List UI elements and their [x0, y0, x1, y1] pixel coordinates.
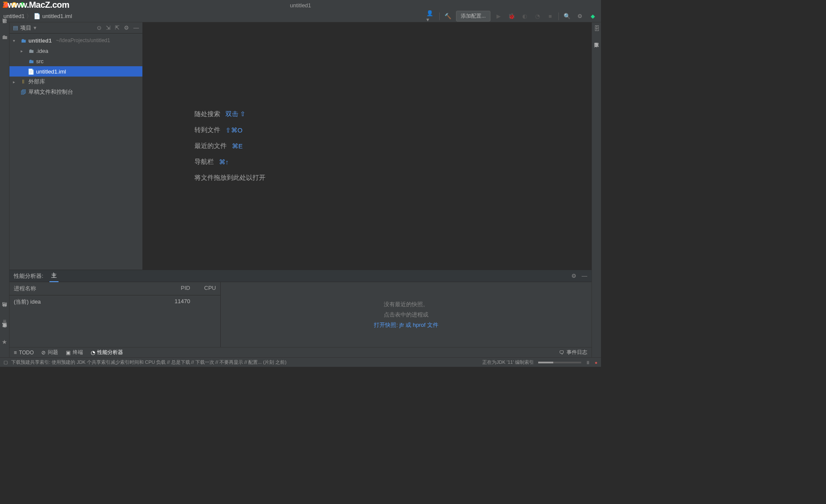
titlebar: untitled1: [0, 0, 601, 10]
left-gutter: 项目 🖿 结构 ≡ 收藏夹 ★: [0, 22, 9, 357]
profiler-label: 性能分析器:: [14, 272, 43, 280]
process-table: 进程名称 PID CPU (当前) idea 11470: [9, 282, 220, 347]
project-panel: ▤ 项目 ▾ ⊙ ⇲ ⇱ ⚙ — ▾ 🖿: [9, 22, 143, 270]
project-panel-header: ▤ 项目 ▾ ⊙ ⇲ ⇱ ⚙ —: [9, 22, 142, 34]
chevron-right-icon[interactable]: ▸: [13, 80, 18, 84]
star-icon: ★: [2, 338, 7, 345]
hint-nav-bar: 导航栏 ⌘↑: [194, 158, 229, 166]
process-row[interactable]: (当前) idea 11470: [9, 295, 220, 308]
tree-folder-src[interactable]: 🖿 src: [9, 56, 142, 66]
tab-event-log[interactable]: 🗨事件日志: [559, 349, 587, 356]
col-name[interactable]: 进程名称: [14, 285, 160, 292]
warning-icon: ⊘: [41, 350, 46, 356]
error-icon[interactable]: ●: [595, 360, 598, 365]
hint-search-everywhere: 随处搜索 双击 ⇧: [194, 110, 246, 118]
tree-file-iml[interactable]: 📄 untitled1.iml: [9, 66, 142, 77]
tree-label: .idea: [36, 48, 48, 54]
profiler-panel: 性能分析器: 主 ⚙ — 进程名称 PID CPU (当前) idea 11: [9, 270, 592, 347]
gear-icon[interactable]: ⚙: [571, 273, 576, 279]
open-snapshot-link[interactable]: 打开快照: jfr 或 hprof 文件: [374, 321, 438, 329]
hint-drop-files: 将文件拖放到此处以打开: [194, 174, 265, 182]
bottom-tabs: ≡TODO ⊘问题 ▣终端 ◔性能分析器 🗨事件日志: [9, 347, 592, 357]
tree-label: 外部库: [28, 78, 45, 86]
scratches-icon: 🗐: [20, 89, 27, 95]
locate-icon[interactable]: ⊙: [97, 25, 102, 31]
expand-icon[interactable]: ⇲: [106, 25, 111, 31]
folder-icon: 🖿: [20, 37, 27, 44]
folder-icon: 🖿: [28, 58, 34, 65]
run-icon[interactable]: ▶: [494, 12, 503, 21]
col-cpu[interactable]: CPU: [190, 285, 216, 292]
click-process-text: 点击表中的进程或: [384, 311, 428, 319]
tree-label: untitled1: [28, 37, 52, 44]
settings-icon[interactable]: ⚙: [575, 12, 585, 21]
status-message[interactable]: 下载预建共享索引: 使用预建的 JDK 个共享索引减少索引时间和 CPU 负载 …: [11, 359, 287, 366]
hide-icon[interactable]: —: [133, 25, 139, 31]
hide-icon[interactable]: —: [582, 273, 587, 279]
gutter-tab-structure[interactable]: 结构: [1, 309, 8, 313]
chevron-right-icon[interactable]: ▸: [21, 49, 26, 53]
hint-goto-file: 转到文件 ⇧⌘O: [194, 126, 243, 134]
right-gutter: 🗄 数据库: [592, 22, 601, 357]
structure-icon: ≡: [3, 318, 6, 325]
jetbrains-icon[interactable]: ◆: [588, 12, 598, 21]
tab-todo[interactable]: ≡TODO: [14, 350, 34, 356]
pause-icon[interactable]: ⏸: [586, 360, 590, 365]
stop-icon[interactable]: ■: [546, 12, 555, 21]
chevron-down-icon[interactable]: ▾: [13, 38, 18, 43]
col-pid[interactable]: PID: [160, 285, 190, 292]
editor-empty-state: 随处搜索 双击 ⇧ 转到文件 ⇧⌘O 最近的文件 ⌘E 导航栏 ⌘↑ 将文件拖放…: [143, 22, 592, 270]
no-snapshot-text: 没有最近的快照。: [384, 301, 428, 308]
search-icon[interactable]: 🔍: [562, 12, 572, 21]
tab-terminal[interactable]: ▣终端: [66, 349, 83, 356]
gutter-tab-project[interactable]: 项目: [1, 25, 8, 28]
tree-folder-idea[interactable]: ▸ 🖿 .idea: [9, 46, 142, 56]
project-icon: ▤: [13, 25, 18, 31]
chevron-down-icon[interactable]: ▾: [34, 25, 37, 31]
project-tree[interactable]: ▾ 🖿 untitled1 ~/IdeaProjects/untitled1 ▸…: [9, 34, 142, 270]
breadcrumb[interactable]: untitled1 〉 📄 untitled1.iml: [3, 12, 72, 20]
sidebar-toggle-icon[interactable]: ▢: [3, 360, 8, 365]
gutter-tab-favorites[interactable]: 收藏夹: [1, 330, 8, 333]
breadcrumb-root[interactable]: untitled1: [3, 13, 25, 19]
log-icon: 🗨: [559, 350, 564, 356]
profiler-icon: ◔: [91, 350, 95, 356]
watermark: Zwww.MacZ.com: [3, 0, 69, 10]
process-cpu: [190, 298, 216, 306]
file-icon: 📄: [28, 68, 34, 75]
breadcrumb-file[interactable]: untitled1.iml: [42, 13, 72, 19]
tree-scratches[interactable]: 🗐 草稿文件和控制台: [9, 87, 142, 97]
collapse-icon[interactable]: ⇱: [115, 25, 120, 31]
progress-bar[interactable]: [538, 362, 581, 363]
indexing-text: 正在为JDK '11' 编制索引: [482, 359, 534, 366]
list-icon: ≡: [14, 350, 17, 356]
coverage-icon[interactable]: ◐: [520, 12, 529, 21]
profiler-tab-main[interactable]: 主: [49, 270, 59, 282]
tab-problems[interactable]: ⊘问题: [41, 349, 58, 356]
terminal-icon: ▣: [66, 350, 71, 356]
debug-icon[interactable]: 🐞: [507, 12, 516, 21]
process-pid: 11470: [160, 298, 190, 306]
tree-root[interactable]: ▾ 🖿 untitled1 ~/IdeaProjects/untitled1: [9, 35, 142, 46]
add-config-button[interactable]: 添加配置...: [456, 11, 490, 22]
process-name: (当前) idea: [14, 298, 160, 306]
folder-icon[interactable]: 🖿: [2, 34, 8, 40]
gear-icon[interactable]: ⚙: [124, 25, 129, 31]
profiler-tabs: 性能分析器: 主 ⚙ —: [9, 270, 592, 282]
project-panel-title: 项目: [20, 24, 31, 32]
tree-path: ~/IdeaProjects/untitled1: [56, 37, 110, 43]
tree-external-libs[interactable]: ▸ ⫴ 外部库: [9, 77, 142, 87]
tab-profiler[interactable]: ◔性能分析器: [91, 349, 123, 356]
user-icon[interactable]: 👤▾: [426, 12, 436, 21]
separator: [439, 12, 440, 20]
profile-icon[interactable]: ◔: [533, 12, 542, 21]
gutter-tab-database[interactable]: 数据库: [593, 37, 600, 40]
tree-label: 草稿文件和控制台: [28, 88, 73, 96]
file-icon: 📄: [34, 13, 40, 19]
folder-icon: 🖿: [28, 48, 34, 54]
statusbar: ▢ 下载预建共享索引: 使用预建的 JDK 个共享索引减少索引时间和 CPU 负…: [0, 357, 601, 367]
database-icon: 🗄: [594, 25, 600, 32]
tree-label: src: [36, 58, 43, 65]
build-icon[interactable]: 🔨: [443, 12, 453, 21]
tree-label: untitled1.iml: [36, 68, 66, 75]
